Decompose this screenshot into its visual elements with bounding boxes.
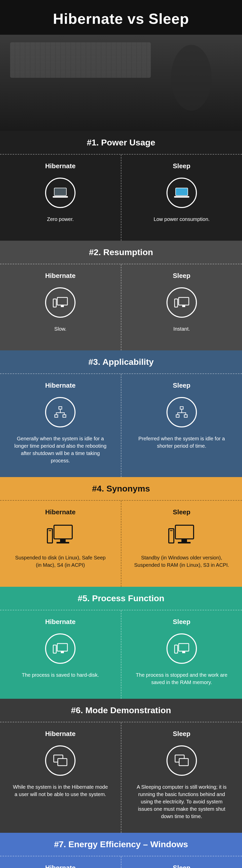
sleep-column: Sleep Low power consumption. xyxy=(121,155,242,241)
desktop-icon xyxy=(167,287,197,318)
svg-rect-35 xyxy=(179,758,188,766)
svg-rect-5 xyxy=(61,305,64,307)
section-mode-demonstration: #6. Mode Demonstration Hibernate While t… xyxy=(0,699,242,833)
column-text: Slow. xyxy=(54,325,66,333)
svg-rect-9 xyxy=(175,299,178,307)
column-text: The process is stopped and the work are … xyxy=(133,672,230,686)
hero-image xyxy=(0,35,242,131)
sleep-column: Sleep Preferred when the system is idle … xyxy=(121,374,242,477)
svg-rect-31 xyxy=(175,645,178,653)
hibernate-column: Hibernate The process is saved to hard-d… xyxy=(0,610,121,699)
section-heading: #4. Synonyms xyxy=(0,477,242,501)
svg-rect-27 xyxy=(61,651,64,653)
svg-rect-0 xyxy=(54,188,66,195)
svg-rect-21 xyxy=(175,525,193,539)
column-title: Hibernate xyxy=(45,508,75,516)
windows-icon xyxy=(167,745,197,776)
svg-rect-14 xyxy=(176,415,179,417)
svg-rect-3 xyxy=(174,196,189,197)
svg-rect-33 xyxy=(58,758,67,766)
svg-rect-29 xyxy=(179,644,189,651)
section-heading: #5. Process Function xyxy=(0,587,242,610)
section-heading: #7. Energy Efficiency – Windows xyxy=(0,833,242,856)
windows-icon xyxy=(45,745,75,776)
hibernate-column: Hibernate Suspended to disk (in Linux), … xyxy=(0,501,121,587)
desktop-icon xyxy=(45,287,75,318)
column-title: Sleep xyxy=(173,272,190,280)
sleep-column: Sleep Standby (in Windows older version)… xyxy=(121,501,242,587)
section-heading: #2. Resumption xyxy=(0,241,242,264)
hibernate-column: Hibernate Slow. xyxy=(0,264,121,350)
column-title: Sleep xyxy=(173,381,190,390)
column-text: Generally when the system is idle for a … xyxy=(12,435,109,464)
svg-rect-16 xyxy=(54,525,72,539)
laptop-off-icon xyxy=(45,178,75,208)
column-title: Hibernate xyxy=(45,618,75,626)
sleep-column: Sleep TIME TO ON POWER 2.9 1.5 xyxy=(121,856,242,868)
svg-rect-25 xyxy=(170,530,173,531)
hibernate-column: Hibernate Generally when the system is i… xyxy=(0,374,121,477)
svg-rect-22 xyxy=(181,539,187,542)
section-process-function: #5. Process Function Hibernate The proce… xyxy=(0,587,242,699)
laptop-on-icon xyxy=(167,178,197,208)
hibernate-column: Hibernate TIME TO ON POWER 20.7 xyxy=(0,856,121,868)
hierarchy-icon xyxy=(167,397,197,427)
section-applicability: #3. Applicability Hibernate Generally wh… xyxy=(0,350,242,477)
column-title: Hibernate xyxy=(45,864,75,868)
column-text: Standby (in Windows older version), Susp… xyxy=(133,554,230,569)
sleep-column: Sleep A Sleeping computer is still worki… xyxy=(121,722,242,833)
hibernate-column: Hibernate While the system is in the Hib… xyxy=(0,722,121,833)
sleep-column: Sleep The process is stopped and the wor… xyxy=(121,610,242,699)
svg-rect-26 xyxy=(57,644,67,651)
column-title: Sleep xyxy=(173,864,190,868)
column-title: Hibernate xyxy=(45,730,75,738)
sleep-column: Sleep Instant. xyxy=(121,264,242,350)
svg-rect-23 xyxy=(178,542,190,544)
column-text: Preferred when the system is idle for a … xyxy=(133,435,230,450)
computer-icon xyxy=(47,524,74,547)
column-text: Instant. xyxy=(173,325,190,333)
column-title: Hibernate xyxy=(45,162,75,170)
computer-icon xyxy=(168,524,195,547)
svg-rect-10 xyxy=(59,407,62,409)
svg-rect-13 xyxy=(180,407,183,409)
svg-rect-20 xyxy=(49,530,51,531)
svg-rect-12 xyxy=(63,415,66,417)
column-text: While the system is in the Hibernate mod… xyxy=(12,783,109,798)
section-heading: #3. Applicability xyxy=(0,350,242,374)
desktop-icon xyxy=(167,633,197,664)
svg-rect-18 xyxy=(57,542,69,544)
column-text: Low power consumption. xyxy=(154,216,210,223)
section-energy-efficiency: #7. Energy Efficiency – Windows Hibernat… xyxy=(0,833,242,868)
svg-rect-7 xyxy=(179,298,189,305)
column-text: Zero power. xyxy=(47,216,74,223)
hierarchy-icon xyxy=(45,397,75,427)
column-text: The process is saved to hard-disk. xyxy=(22,672,99,679)
column-title: Sleep xyxy=(173,508,190,516)
svg-rect-2 xyxy=(176,188,188,195)
column-title: Sleep xyxy=(173,618,190,626)
svg-rect-30 xyxy=(182,651,185,653)
hibernate-column: Hibernate Zero power. xyxy=(0,155,121,241)
svg-rect-11 xyxy=(55,415,58,417)
page-title: Hibernate vs Sleep xyxy=(0,0,242,35)
svg-rect-28 xyxy=(53,645,56,653)
column-title: Hibernate xyxy=(45,272,75,280)
section-heading: #6. Mode Demonstration xyxy=(0,699,242,722)
svg-rect-17 xyxy=(60,539,66,542)
svg-rect-6 xyxy=(53,299,56,307)
column-title: Sleep xyxy=(173,162,190,170)
column-text: A Sleeping computer is still working; it… xyxy=(133,783,230,820)
section-synonyms: #4. Synonyms Hibernate Suspended to disk… xyxy=(0,477,242,587)
svg-rect-8 xyxy=(182,305,185,307)
desktop-icon xyxy=(45,633,75,664)
section-power-usage: #1. Power Usage Hibernate Zero power. Sl… xyxy=(0,131,242,241)
svg-rect-15 xyxy=(184,415,187,417)
column-text: Suspended to disk (in Linux), Safe Seep … xyxy=(12,554,109,569)
svg-rect-4 xyxy=(57,298,67,305)
svg-rect-1 xyxy=(53,196,68,197)
column-title: Sleep xyxy=(173,730,190,738)
section-heading: #1. Power Usage xyxy=(0,131,242,155)
column-title: Hibernate xyxy=(45,381,75,390)
section-resumption: #2. Resumption Hibernate Slow. Sleep Ins… xyxy=(0,241,242,350)
